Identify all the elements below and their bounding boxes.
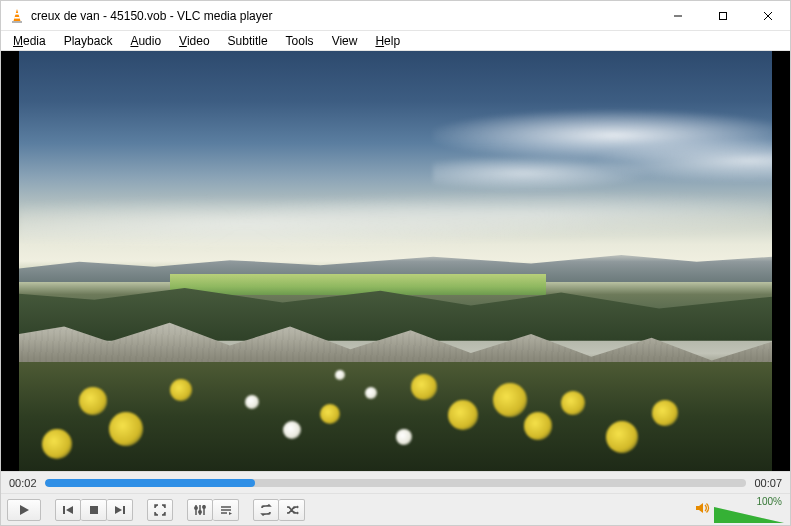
menu-video[interactable]: Video <box>171 32 217 50</box>
previous-button[interactable] <box>55 499 81 521</box>
playlist-icon <box>219 503 233 517</box>
fullscreen-icon <box>153 503 167 517</box>
time-total[interactable]: 00:07 <box>754 477 782 489</box>
stop-icon <box>87 503 101 517</box>
extended-settings-button[interactable] <box>187 499 213 521</box>
fullscreen-button[interactable] <box>147 499 173 521</box>
shuffle-icon <box>285 503 299 517</box>
titlebar: creux de van - 45150.vob - VLC media pla… <box>1 1 790 31</box>
play-icon <box>17 503 31 517</box>
maximize-button[interactable] <box>700 1 745 30</box>
svg-rect-5 <box>719 12 726 19</box>
volume-percent-label: 100% <box>756 496 782 507</box>
svg-marker-10 <box>66 506 73 514</box>
skip-next-icon <box>113 503 127 517</box>
menu-audio[interactable]: Audio <box>122 32 169 50</box>
svg-marker-0 <box>14 9 21 21</box>
menu-help[interactable]: Help <box>367 32 408 50</box>
menubar: Media Playback Audio Video Subtitle Tool… <box>1 31 790 51</box>
svg-marker-8 <box>20 505 29 515</box>
svg-rect-1 <box>15 13 19 15</box>
video-area[interactable] <box>1 51 790 471</box>
menu-subtitle[interactable]: Subtitle <box>220 32 276 50</box>
loop-group <box>253 499 305 521</box>
equalizer-icon <box>193 503 207 517</box>
svg-marker-26 <box>696 503 703 513</box>
video-frame <box>19 51 772 471</box>
menu-tools[interactable]: Tools <box>278 32 322 50</box>
seek-slider[interactable] <box>45 479 747 487</box>
time-elapsed[interactable]: 00:02 <box>9 477 37 489</box>
seek-fill <box>45 479 256 487</box>
loop-button[interactable] <box>253 499 279 521</box>
svg-rect-2 <box>14 17 20 19</box>
minimize-button[interactable] <box>655 1 700 30</box>
speaker-icon[interactable] <box>694 500 710 519</box>
volume-control: 100% <box>694 496 784 523</box>
menu-view[interactable]: View <box>324 32 366 50</box>
svg-rect-13 <box>123 506 125 514</box>
loop-icon <box>259 503 273 517</box>
volume-slider[interactable] <box>714 507 784 523</box>
skip-group <box>55 499 133 521</box>
next-button[interactable] <box>107 499 133 521</box>
svg-marker-23 <box>229 512 232 515</box>
menu-playback[interactable]: Playback <box>56 32 121 50</box>
svg-rect-11 <box>90 506 98 514</box>
svg-marker-12 <box>115 506 122 514</box>
svg-marker-24 <box>297 505 299 508</box>
stop-button[interactable] <box>81 499 107 521</box>
svg-rect-9 <box>63 506 65 514</box>
seek-row: 00:02 00:07 <box>1 471 790 493</box>
svg-point-19 <box>203 505 205 507</box>
window-title: creux de van - 45150.vob - VLC media pla… <box>31 9 655 23</box>
svg-marker-25 <box>297 511 299 514</box>
settings-group <box>187 499 239 521</box>
menu-media[interactable]: Media <box>5 32 54 50</box>
shuffle-button[interactable] <box>279 499 305 521</box>
controls-row: 100% <box>1 493 790 525</box>
playlist-button[interactable] <box>213 499 239 521</box>
skip-previous-icon <box>61 503 75 517</box>
svg-point-17 <box>195 506 197 508</box>
window-controls <box>655 1 790 30</box>
vlc-cone-icon <box>9 8 25 24</box>
close-button[interactable] <box>745 1 790 30</box>
svg-point-18 <box>199 510 201 512</box>
play-button[interactable] <box>7 499 41 521</box>
svg-rect-3 <box>12 21 22 23</box>
